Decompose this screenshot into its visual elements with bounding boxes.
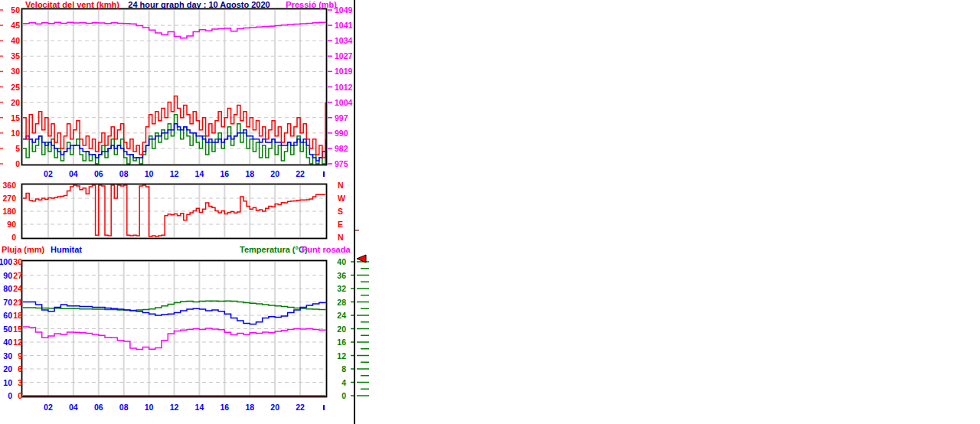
x-axis-end-tick bbox=[323, 171, 325, 177]
page-title: 24 hour graph day : 10 Agosto 2020 bbox=[122, 1, 276, 9]
rain-axis-title: Pluja (mm) bbox=[2, 246, 44, 254]
weather-graph-window: 5045403530252015105010491041103410271019… bbox=[0, 0, 980, 424]
temperature-axis-title: Temperatura (°C) bbox=[240, 246, 308, 254]
pressure-axis-title: Pressió (mb) bbox=[260, 1, 337, 9]
humidity-axis-title: Humitat bbox=[51, 246, 82, 254]
charts-canvas bbox=[0, 0, 980, 424]
dewpoint-axis-title: Punt rosada bbox=[302, 246, 351, 254]
wind-speed-axis-title: Velocitat del vent (kmh) bbox=[25, 1, 119, 9]
x-axis-end-tick bbox=[323, 405, 325, 410]
